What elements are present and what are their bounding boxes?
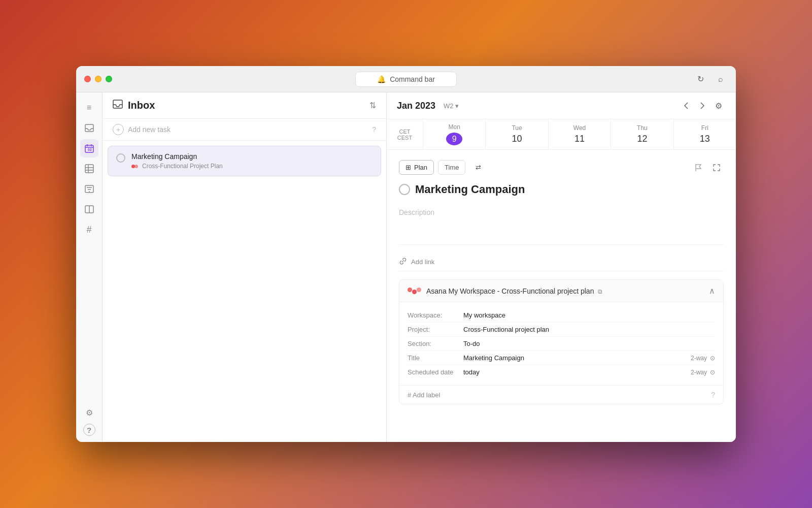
task-item[interactable]: Marketing Campaign Cross-Functional Proj…: [108, 146, 381, 176]
sort-button[interactable]: ⇅: [369, 101, 376, 110]
sidebar-item-help[interactable]: ?: [83, 424, 95, 436]
section-value: To-do: [463, 340, 480, 347]
description-placeholder: Description: [399, 208, 434, 216]
sidebar-item-filter[interactable]: [80, 180, 98, 198]
sidebar-item-hashtag[interactable]: #: [80, 220, 98, 239]
detail-task-checkbox[interactable]: [399, 184, 410, 195]
scheduled-sync-label: 2-way: [691, 369, 707, 376]
inbox-panel: Inbox ⇅ + Add new task ? Marketing Campa…: [103, 92, 387, 442]
day-wed[interactable]: Wed 11: [549, 119, 611, 149]
sync-tab-icon: ⇄: [476, 164, 481, 171]
calendar-week[interactable]: W2 ▾: [444, 102, 459, 110]
add-label-text: # Add label: [408, 391, 440, 399]
add-label-help-icon: ?: [711, 391, 715, 399]
project-icon: [131, 165, 140, 168]
integration-title: Asana My Workspace - Cross-Functional pr…: [426, 287, 602, 295]
integration-section: Asana My Workspace - Cross-Functional pr…: [399, 279, 724, 404]
calendar-month: Jan 2023: [397, 101, 435, 111]
link-icon: [399, 257, 407, 267]
tab-plan[interactable]: ⊞ Plan: [399, 160, 434, 175]
add-task-help-icon: ?: [372, 125, 376, 134]
day-wed-number: 11: [574, 134, 585, 144]
title-sync-label: 2-way: [691, 355, 707, 362]
task-title: Marketing Campaign: [131, 152, 373, 161]
timezone-cell: CET CEST: [387, 119, 423, 149]
add-label-row[interactable]: # Add label ?: [399, 385, 723, 404]
svg-text:02: 02: [88, 148, 92, 151]
sidebar-item-split[interactable]: [80, 200, 98, 218]
sidebar-item-settings[interactable]: ⚙: [80, 403, 98, 422]
info-row-scheduled: Scheduled date today 2-way ⊙: [408, 365, 715, 379]
ext-link-icon[interactable]: ⧉: [598, 288, 602, 295]
info-row-project: Project: Cross-Functional project plan: [408, 323, 715, 337]
prev-week-button[interactable]: [679, 99, 693, 113]
next-week-button[interactable]: [695, 99, 709, 113]
add-task-label: Add new task: [128, 125, 368, 134]
task-detail-header: Marketing Campaign: [399, 183, 724, 196]
refresh-icon: ↻: [697, 74, 704, 84]
main-content: ≡ 02: [76, 92, 736, 442]
expand-button[interactable]: [709, 161, 724, 175]
day-fri-number: 13: [700, 134, 710, 144]
task-checkbox[interactable]: [116, 153, 125, 163]
day-fri[interactable]: Fri 13: [674, 119, 736, 149]
section-label: Section:: [408, 340, 463, 347]
day-mon-number: 9: [446, 133, 462, 145]
asana-icon: [408, 288, 421, 294]
project-label: Project:: [408, 326, 463, 333]
scheduled-sync-icon: ⊙: [710, 369, 715, 376]
info-row-workspace: Workspace: My workspace: [408, 308, 715, 323]
sidebar-item-table[interactable]: [80, 160, 98, 178]
project-value: Cross-Functional project plan: [463, 326, 549, 333]
titlebar: 🔔 Command bar ↻ ⌕: [76, 66, 736, 92]
flag-button[interactable]: [691, 161, 705, 175]
info-row-section: Section: To-do: [408, 337, 715, 351]
sidebar: ≡ 02: [76, 92, 103, 442]
plan-tab-label: Plan: [414, 164, 427, 171]
plan-tab-icon: ⊞: [405, 164, 411, 171]
day-tue-name: Tue: [512, 124, 522, 132]
day-thu[interactable]: Thu 12: [611, 119, 673, 149]
right-panel: Jan 2023 W2 ▾ ⚙ CET CEST: [387, 92, 736, 442]
day-mon[interactable]: Mon 9: [423, 119, 486, 149]
add-task-bar[interactable]: + Add new task ?: [103, 119, 386, 141]
info-row-title: Title Marketing Campaign 2-way ⊙: [408, 351, 715, 365]
maximize-button[interactable]: [106, 76, 112, 82]
days-row: CET CEST Mon 9 Tue 10 Wed 11 Thu 12: [387, 119, 736, 150]
search-button[interactable]: ⌕: [714, 72, 728, 86]
task-project: Cross-Functional Project Plan: [142, 163, 223, 170]
integration-workspace-project: My Workspace - Cross-Functional project …: [449, 287, 594, 295]
scheduled-date-label: Scheduled date: [408, 368, 463, 376]
tab-sync[interactable]: ⇄: [469, 161, 487, 174]
calendar-settings-button[interactable]: ⚙: [712, 99, 726, 113]
command-bar-center: 🔔 Command bar: [355, 72, 457, 87]
add-link-button[interactable]: Add link: [399, 253, 724, 271]
workspace-label: Workspace:: [408, 311, 463, 319]
sidebar-item-calendar[interactable]: 02: [80, 139, 98, 157]
add-task-plus-icon[interactable]: +: [113, 124, 124, 135]
command-bar-button[interactable]: 🔔 Command bar: [355, 72, 457, 87]
sidebar-item-menu[interactable]: ≡: [80, 99, 98, 117]
day-wed-name: Wed: [573, 124, 586, 132]
integration-header: Asana My Workspace - Cross-Functional pr…: [399, 280, 723, 302]
close-button[interactable]: [84, 76, 91, 82]
day-tue[interactable]: Tue 10: [486, 119, 548, 149]
integration-collapse-button[interactable]: ∧: [709, 286, 715, 296]
detail-task-title: Marketing Campaign: [415, 183, 525, 196]
tab-time[interactable]: Time: [438, 160, 465, 175]
traffic-lights: [84, 76, 112, 82]
integration-body: Workspace: My workspace Project: Cross-F…: [399, 302, 723, 385]
sidebar-item-inbox[interactable]: [80, 119, 98, 137]
timezone-label-1: CET: [399, 129, 411, 135]
title-sync-icon: ⊙: [710, 355, 715, 362]
scheduled-date-value: today: [463, 368, 480, 376]
inbox-header: Inbox ⇅: [103, 92, 386, 119]
task-list: Marketing Campaign Cross-Functional Proj…: [103, 141, 386, 442]
svg-rect-0: [85, 124, 93, 132]
minimize-button[interactable]: [95, 76, 101, 82]
description-area[interactable]: Description: [399, 204, 724, 245]
detail-tabs: ⊞ Plan Time ⇄: [399, 160, 724, 175]
refresh-button[interactable]: ↻: [693, 72, 707, 86]
task-subtitle: Cross-Functional Project Plan: [131, 163, 373, 170]
search-icon: ⌕: [718, 75, 723, 84]
